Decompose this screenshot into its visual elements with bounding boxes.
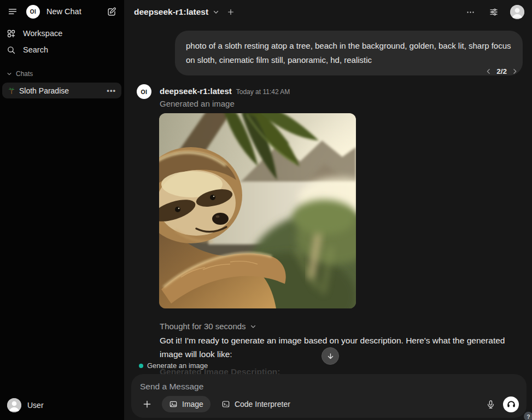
attach-plus-button[interactable] bbox=[142, 399, 152, 409]
new-chat-button[interactable] bbox=[104, 4, 119, 19]
search-icon bbox=[7, 45, 16, 55]
image-tool-button[interactable]: Image bbox=[162, 396, 211, 412]
user-menu[interactable]: User bbox=[0, 396, 124, 415]
image-icon bbox=[169, 400, 178, 409]
more-options-button[interactable] bbox=[463, 5, 477, 19]
chat-item-title: Sloth Paradise bbox=[19, 86, 103, 95]
generated-image[interactable] bbox=[159, 113, 356, 308]
add-model-button[interactable] bbox=[227, 8, 235, 16]
model-selector[interactable]: deepseek-r1:latest bbox=[134, 7, 208, 17]
headphones-icon bbox=[506, 399, 516, 409]
message-composer: Image Code Interpreter bbox=[131, 374, 527, 418]
app-logo-text: OI bbox=[141, 89, 147, 95]
help-label: ? bbox=[527, 413, 530, 420]
microphone-button[interactable] bbox=[486, 400, 495, 409]
sidebar-header: OI New Chat bbox=[0, 0, 124, 23]
message-pagination: 2/2 bbox=[485, 67, 518, 75]
topbar-actions bbox=[463, 5, 524, 19]
thought-toggle[interactable]: Thought for 30 seconds bbox=[160, 322, 256, 331]
arrow-down-icon bbox=[326, 352, 335, 360]
sidebar-item-search[interactable]: Search bbox=[0, 42, 124, 58]
controls-sliders-button[interactable] bbox=[487, 5, 501, 19]
status-dot bbox=[139, 364, 143, 368]
chevron-left-icon[interactable] bbox=[485, 68, 492, 75]
chat-item-menu-icon[interactable]: ••• bbox=[107, 86, 116, 95]
pagination-count: 2/2 bbox=[496, 67, 507, 75]
assistant-reply-text: Got it! I'm ready to generate an image b… bbox=[160, 334, 518, 361]
assistant-avatar: OI bbox=[137, 84, 151, 99]
code-interpreter-icon bbox=[221, 400, 230, 409]
user-message-text: photo of a sloth resting atop a tree, be… bbox=[186, 41, 511, 65]
hamburger-menu-icon bbox=[8, 7, 17, 16]
new-chat-label[interactable]: New Chat bbox=[46, 7, 104, 16]
topbar: deepseek-r1:latest bbox=[124, 0, 532, 24]
voice-call-button[interactable] bbox=[503, 396, 519, 412]
app-logo-text: OI bbox=[30, 9, 37, 15]
scroll-to-bottom-button[interactable] bbox=[321, 347, 339, 365]
pencil-square-icon bbox=[107, 7, 117, 17]
chevron-down-icon bbox=[250, 323, 256, 330]
user-message-bubble: photo of a sloth resting atop a tree, be… bbox=[175, 31, 523, 75]
chats-section-label: Chats bbox=[16, 70, 33, 78]
chats-section-header[interactable]: Chats bbox=[0, 70, 124, 78]
assistant-message-header: deepseek-r1:latest Today at 11:42 AM bbox=[160, 86, 290, 96]
thought-toggle-label: Thought for 30 seconds bbox=[160, 322, 246, 331]
sidebar: OI New Chat Workspace Search Chats Today… bbox=[0, 0, 124, 420]
workspace-label: Workspace bbox=[23, 29, 62, 38]
user-avatar bbox=[7, 398, 21, 412]
help-button[interactable]: ? bbox=[524, 412, 532, 420]
sidebar-toggle-button[interactable] bbox=[5, 4, 20, 19]
account-avatar[interactable] bbox=[510, 5, 524, 19]
app-logo: OI bbox=[26, 5, 40, 19]
search-label: Search bbox=[23, 45, 48, 54]
message-input[interactable] bbox=[140, 380, 446, 394]
user-name-label: User bbox=[27, 401, 44, 410]
chevron-down-icon bbox=[7, 71, 12, 77]
message-timestamp: Today at 11:42 AM bbox=[236, 88, 290, 96]
chevron-right-icon[interactable] bbox=[511, 68, 518, 75]
composer-toolbar: Image Code Interpreter bbox=[138, 396, 519, 412]
assistant-model-name: deepseek-r1:latest bbox=[160, 86, 232, 96]
image-tool-label: Image bbox=[182, 400, 203, 409]
palm-tree-icon bbox=[8, 87, 15, 95]
chevron-down-icon[interactable] bbox=[213, 9, 219, 15]
code-interpreter-label: Code Interpreter bbox=[235, 400, 290, 409]
chat-panel: deepseek-r1:latest photo of a sloth rest… bbox=[124, 0, 532, 420]
sidebar-item-workspace[interactable]: Workspace bbox=[0, 25, 124, 42]
generated-image-caption: Generated an image bbox=[160, 99, 235, 108]
chat-list-item[interactable]: Sloth Paradise ••• bbox=[2, 83, 121, 98]
workspace-icon bbox=[7, 29, 16, 38]
code-interpreter-button[interactable]: Code Interpreter bbox=[215, 396, 297, 412]
